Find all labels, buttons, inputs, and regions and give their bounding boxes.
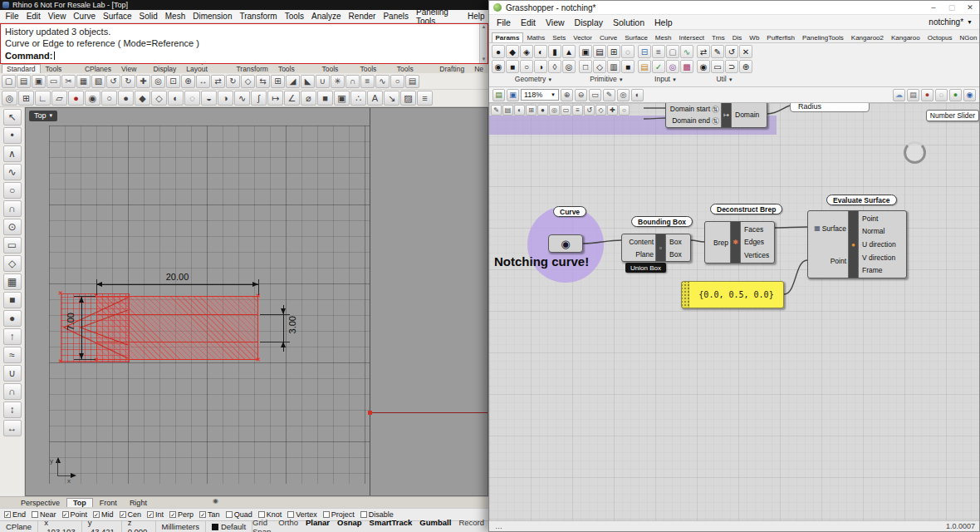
dot-icon[interactable]: ●: [537, 105, 548, 116]
data-dam-icon[interactable]: ⊃: [725, 60, 738, 73]
ribbon-group-label[interactable]: Input▼: [638, 74, 693, 86]
group-icon[interactable]: ▭: [711, 60, 724, 73]
cut-icon[interactable]: ✂: [61, 75, 76, 88]
osnap-icon[interactable]: ◎: [2, 91, 17, 106]
grid-snap-icon[interactable]: ⊞: [18, 91, 34, 106]
mirror-icon[interactable]: ⇆: [256, 75, 270, 88]
redo-icon[interactable]: ↻: [121, 75, 135, 88]
deconstruct-brep-node[interactable]: Brep ✱ Faces Edges Vertices: [704, 221, 775, 264]
boolean-param-icon[interactable]: ▣: [579, 45, 592, 58]
tab-trns[interactable]: Trns: [708, 32, 729, 42]
zoom-window-icon[interactable]: ⊡: [166, 75, 180, 88]
checkbox[interactable]: [199, 511, 206, 518]
toolbar-tab[interactable]: Drafting: [434, 64, 469, 73]
compass-widget[interactable]: [904, 141, 926, 164]
tab-params[interactable]: Params: [492, 32, 523, 42]
osnap-tan[interactable]: Tan: [199, 510, 220, 519]
tab-dis[interactable]: Dis: [728, 32, 746, 42]
viewport-title[interactable]: Top ▾: [29, 111, 57, 121]
close-button[interactable]: ✕: [961, 3, 979, 12]
panel-node[interactable]: {0.0, 0.5, 0.0}: [681, 281, 784, 308]
show-icon[interactable]: ●: [118, 91, 134, 106]
checkbox[interactable]: [226, 511, 233, 518]
tab-sets[interactable]: Sets: [549, 32, 570, 42]
hide-icon[interactable]: ○: [101, 91, 117, 106]
plus-icon[interactable]: ✚: [607, 105, 618, 116]
zoom-in-icon[interactable]: ⊕: [561, 89, 573, 101]
save-document-icon[interactable]: ▣: [507, 89, 519, 101]
button-icon[interactable]: ▢: [666, 45, 679, 58]
checkbox[interactable]: [4, 511, 11, 518]
number-param-icon[interactable]: ▤: [593, 45, 606, 58]
guid-param-icon[interactable]: ◌: [621, 45, 635, 58]
integer-param-icon[interactable]: □: [579, 60, 592, 73]
tab-intersect[interactable]: Intersect: [675, 32, 708, 42]
gumball-icon[interactable]: ◉: [85, 91, 100, 106]
extrude-icon[interactable]: ↑: [3, 328, 22, 345]
planar-icon[interactable]: ▱: [51, 91, 67, 106]
remote-icon[interactable]: ⊕: [739, 60, 752, 73]
curve-tool-icon[interactable]: ∿: [3, 164, 22, 180]
new-viewport-icon[interactable]: ◉: [209, 497, 222, 505]
rhino-menu-item[interactable]: View: [44, 12, 70, 21]
smarttrack-toggle[interactable]: SmartTrack: [370, 518, 413, 532]
rhino-menu-item[interactable]: Mesh: [161, 12, 189, 21]
open-file-selector[interactable]: notching* ▼: [929, 17, 979, 27]
zoom-level-select[interactable]: 118% ▼: [521, 89, 559, 101]
evaluate-surface-node[interactable]: ▦Surface Point ● Point Normal U directio…: [807, 210, 907, 278]
rectangle-icon[interactable]: ▭: [3, 237, 22, 254]
panel-icon[interactable]: ▤: [638, 60, 651, 73]
osnap-perp[interactable]: Perp: [169, 510, 194, 519]
circle-draw-icon[interactable]: ○: [390, 75, 404, 88]
radius-node-label[interactable]: Radius: [790, 103, 870, 112]
polyline-icon[interactable]: ∧: [3, 145, 22, 162]
print-icon[interactable]: ▭: [47, 75, 61, 88]
zoom-extents-icon[interactable]: ▭: [589, 89, 601, 101]
command-area[interactable]: History updated 3 objects. Curve or Edge…: [0, 23, 488, 64]
grasshopper-menu-item[interactable]: Display: [570, 17, 608, 27]
history-icon[interactable]: ↺: [584, 105, 595, 116]
scroll-down-icon[interactable]: ▼: [482, 57, 487, 63]
array-icon[interactable]: ⊞: [271, 75, 285, 88]
time-param-icon[interactable]: ▥: [607, 60, 620, 73]
scale-tool-icon[interactable]: ↕: [3, 401, 22, 418]
sketch-icon[interactable]: ✎: [603, 89, 615, 101]
planar-toggle[interactable]: Planar: [306, 518, 330, 532]
properties-icon[interactable]: ≡: [417, 91, 433, 106]
number-spinner-icon[interactable]: ⇅: [712, 117, 719, 125]
knob-icon[interactable]: ◎: [666, 60, 679, 73]
diamond-icon[interactable]: ◇: [595, 105, 606, 116]
checkbox[interactable]: [120, 511, 126, 518]
rhino-menu-item[interactable]: Surface: [100, 12, 135, 21]
sphere-param-icon[interactable]: ◊: [548, 60, 561, 73]
scribble-icon[interactable]: ✎: [711, 45, 724, 58]
halftone-icon[interactable]: ◐: [514, 105, 525, 116]
trigger-icon[interactable]: ✕: [739, 45, 752, 58]
tab-panelingtools[interactable]: PanelingTools: [799, 32, 848, 42]
rhino-menu-item[interactable]: Panels: [380, 12, 413, 21]
rhino-menu-item[interactable]: Transform: [236, 12, 281, 21]
analyze-icon[interactable]: ∫: [251, 91, 267, 106]
notch-curve[interactable]: [81, 310, 128, 345]
material-preview-icon[interactable]: ●: [921, 89, 933, 101]
record-toggle[interactable]: Record: [458, 518, 484, 532]
dimension-icon[interactable]: ↔: [3, 420, 22, 436]
checkbox[interactable]: [32, 511, 38, 518]
geometry-param-icon[interactable]: ▲: [562, 45, 576, 58]
right-tab[interactable]: Right: [124, 499, 153, 507]
construct-domain-node[interactable]: Domain start⇅ Domain end⇅ ↦ Domain: [665, 103, 767, 128]
curve-param-node[interactable]: ◉: [548, 234, 583, 253]
bounding-box-title[interactable]: Bounding Box: [631, 216, 693, 227]
tab-vector[interactable]: Vector: [570, 32, 596, 42]
cplane-field[interactable]: CPlane: [0, 521, 38, 532]
toolbar-tab[interactable]: Ne: [469, 64, 488, 73]
leader-icon[interactable]: ↘: [384, 91, 399, 106]
text-param-icon[interactable]: ◇: [593, 60, 606, 73]
layers-icon[interactable]: ▤: [502, 105, 513, 116]
command-prompt[interactable]: Command:: [5, 50, 52, 62]
checkbox[interactable]: [169, 511, 176, 518]
osnap-quad[interactable]: Quad: [226, 510, 252, 519]
split-icon[interactable]: ◣: [301, 75, 315, 88]
distance-icon[interactable]: ↦: [267, 91, 283, 106]
diameter-icon[interactable]: ⌀: [301, 91, 316, 106]
